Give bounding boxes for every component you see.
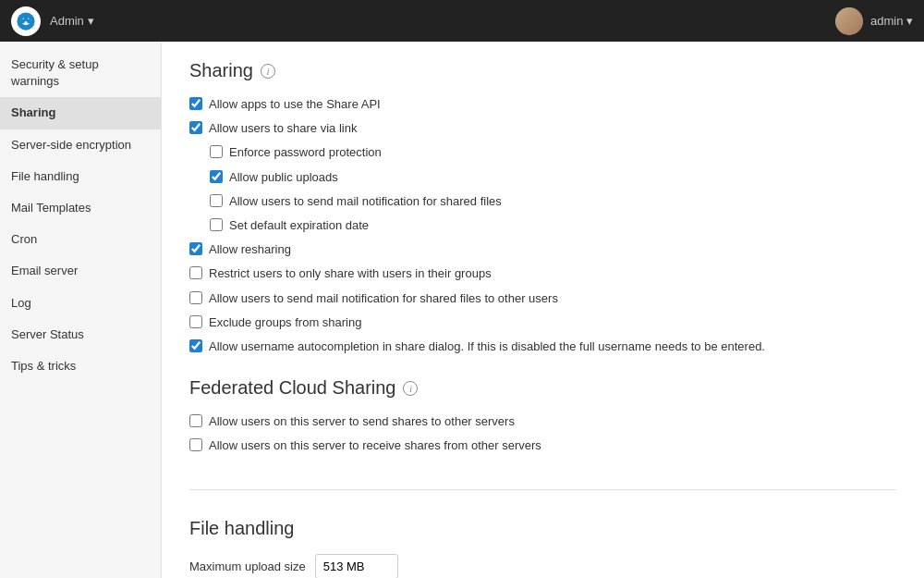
public-uploads-checkbox[interactable] [210, 170, 223, 183]
autocomplete-checkbox[interactable] [189, 339, 202, 352]
sidebar-item-server-status[interactable]: Server Status [0, 319, 161, 350]
avatar-image [835, 7, 863, 35]
sharing-section: Sharing i Allow apps to use the Share AP… [189, 60, 896, 490]
checkbox-public-uploads: Allow public uploads [210, 169, 896, 186]
admin-label: Admin [50, 14, 84, 28]
public-uploads-label[interactable]: Allow public uploads [229, 169, 338, 186]
header-right: admin ▾ [835, 7, 913, 35]
main-layout: Security & setup warnings Sharing Server… [0, 42, 924, 578]
expiration-label[interactable]: Set default expiration date [229, 217, 369, 234]
share-link-label[interactable]: Allow users to share via link [209, 120, 357, 137]
checkbox-exclude-groups: Exclude groups from sharing [189, 314, 896, 331]
sidebar-item-mail-templates[interactable]: Mail Templates [0, 192, 161, 224]
admin-menu[interactable]: Admin ▾ [50, 14, 94, 28]
enforce-password-label[interactable]: Enforce password protection [229, 144, 382, 161]
exclude-groups-checkbox[interactable] [189, 315, 202, 328]
receive-shares-checkbox[interactable] [189, 438, 202, 451]
avatar [835, 7, 863, 35]
sharing-title: Sharing i [189, 60, 896, 81]
sidebar-item-encryption[interactable]: Server-side encryption [0, 129, 161, 161]
sidebar-item-tips[interactable]: Tips & tricks [0, 350, 161, 382]
send-shares-label[interactable]: Allow users on this server to send share… [209, 413, 515, 430]
sidebar-item-file-handling[interactable]: File handling [0, 161, 161, 192]
checkbox-mail-other: Allow users to send mail notification fo… [189, 290, 896, 307]
sidebar-item-log[interactable]: Log [0, 288, 161, 319]
mail-other-label[interactable]: Allow users to send mail notification fo… [209, 290, 558, 307]
checkbox-mail-notification: Allow users to send mail notification fo… [210, 193, 896, 210]
send-shares-checkbox[interactable] [189, 414, 202, 427]
mail-notification-label[interactable]: Allow users to send mail notification fo… [229, 193, 502, 210]
receive-shares-label[interactable]: Allow users on this server to receive sh… [209, 437, 541, 454]
checkbox-send-shares: Allow users on this server to send share… [189, 413, 896, 430]
resharing-checkbox[interactable] [189, 242, 202, 255]
resharing-label[interactable]: Allow resharing [209, 241, 291, 258]
svg-point-3 [24, 17, 29, 21]
sidebar: Security & setup warnings Sharing Server… [0, 42, 162, 578]
checkbox-resharing: Allow resharing [189, 241, 896, 258]
admin-arrow: ▾ [88, 14, 94, 28]
header: Admin ▾ admin ▾ [0, 0, 924, 42]
checkbox-share-api: Allow apps to use the Share API [189, 96, 896, 113]
share-link-suboptions: Enforce password protection Allow public… [210, 144, 896, 234]
enforce-password-checkbox[interactable] [210, 145, 223, 158]
sidebar-item-sharing[interactable]: Sharing [0, 97, 161, 129]
checkbox-share-link: Allow users to share via link [189, 120, 896, 137]
file-handling-section: File handling Maximum upload size Save [189, 518, 896, 578]
main-content: Sharing i Allow apps to use the Share AP… [162, 42, 924, 578]
autocomplete-label[interactable]: Allow username autocompletion in share d… [209, 338, 765, 355]
sidebar-item-cron[interactable]: Cron [0, 224, 161, 255]
mail-notification-checkbox[interactable] [210, 194, 223, 207]
mail-other-checkbox[interactable] [189, 291, 202, 304]
sidebar-item-security[interactable]: Security & setup warnings [0, 49, 161, 97]
group-only-label[interactable]: Restrict users to only share with users … [209, 265, 492, 282]
file-handling-title: File handling [189, 518, 896, 539]
federated-info-icon[interactable]: i [403, 381, 418, 396]
exclude-groups-label[interactable]: Exclude groups from sharing [209, 314, 361, 331]
checkbox-autocomplete: Allow username autocompletion in share d… [189, 338, 896, 355]
app-logo[interactable] [11, 6, 41, 36]
sidebar-item-email-server[interactable]: Email server [0, 255, 161, 287]
username[interactable]: admin ▾ [870, 14, 913, 28]
share-link-checkbox[interactable] [189, 121, 202, 134]
checkbox-expiration: Set default expiration date [210, 217, 896, 234]
upload-size-label: Maximum upload size [189, 560, 306, 573]
federated-title: Federated Cloud Sharing i [189, 377, 896, 399]
share-api-label[interactable]: Allow apps to use the Share API [209, 96, 381, 113]
upload-size-input[interactable] [315, 554, 398, 578]
group-only-checkbox[interactable] [189, 266, 202, 279]
checkbox-group-only: Restrict users to only share with users … [189, 265, 896, 282]
expiration-checkbox[interactable] [210, 218, 223, 231]
upload-size-row: Maximum upload size [189, 554, 896, 578]
sharing-info-icon[interactable]: i [261, 64, 275, 79]
checkbox-enforce-password: Enforce password protection [210, 144, 896, 161]
checkbox-receive-shares: Allow users on this server to receive sh… [189, 437, 896, 454]
share-api-checkbox[interactable] [189, 97, 202, 110]
